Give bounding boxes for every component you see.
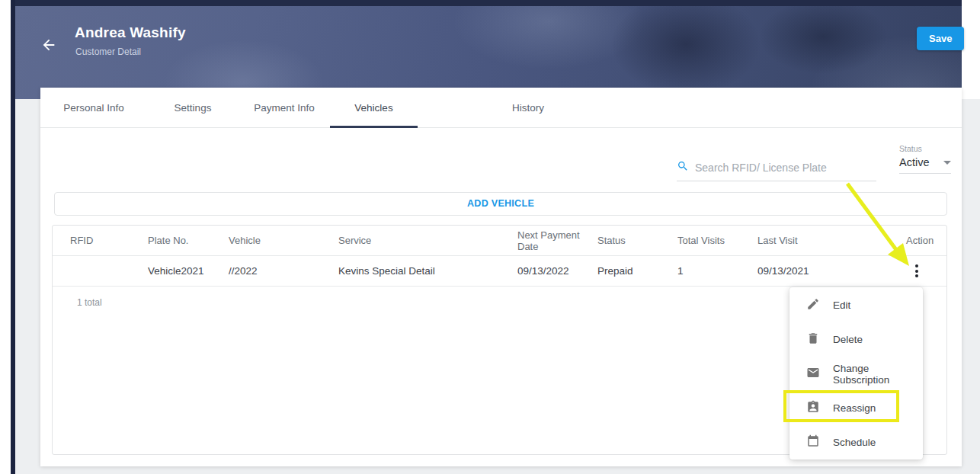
col-total-visits: Total Visits — [677, 235, 757, 246]
tab-history[interactable]: History — [418, 88, 639, 127]
col-rfid: RFID — [70, 235, 148, 246]
col-status: Status — [597, 235, 677, 246]
trash-icon — [806, 331, 820, 348]
action-dots-button[interactable] — [908, 261, 926, 281]
id-badge-icon — [806, 400, 820, 417]
col-service: Service — [338, 235, 517, 246]
col-plate-no: Plate No. — [148, 235, 229, 246]
tab-settings[interactable]: Settings — [147, 88, 239, 127]
status-dropdown-value: Active — [899, 156, 930, 168]
chevron-down-icon — [943, 161, 951, 165]
vertical-ellipsis-icon — [915, 264, 918, 277]
cell-total-visits: 1 — [677, 265, 757, 277]
tab-payment-info[interactable]: Payment Info — [239, 88, 330, 127]
cell-status: Prepaid — [597, 265, 677, 277]
cell-service: Kevins Special Detail — [338, 265, 517, 277]
cell-vehicle: //2022 — [229, 265, 338, 277]
envelope-icon — [806, 366, 820, 383]
cell-last-visit: 09/13/2021 — [757, 265, 906, 277]
menu-item-reassign[interactable]: Reassign — [789, 391, 923, 425]
arrow-left-icon — [40, 44, 57, 56]
menu-item-label: Schedule — [833, 437, 876, 448]
menu-item-label: Reassign — [833, 402, 876, 414]
page-subtitle: Customer Detail — [75, 46, 141, 57]
col-action: Action — [906, 235, 948, 246]
pencil-icon — [806, 297, 820, 314]
search-input[interactable] — [695, 162, 876, 174]
top-chrome-bar — [11, 0, 962, 6]
table-row: Vehicle2021 //2022 Kevins Special Detail… — [53, 256, 946, 287]
save-button[interactable]: Save — [917, 27, 964, 50]
calendar-icon — [806, 434, 820, 451]
hero-header: Andrea Washify Customer Detail Save — [15, 6, 962, 99]
status-dropdown[interactable]: Status Active — [899, 144, 951, 174]
menu-item-label: Delete — [833, 334, 863, 345]
customer-detail-page: Andrea Washify Customer Detail Save Pers… — [0, 0, 980, 474]
tab-vehicles[interactable]: Vehicles — [330, 88, 418, 127]
menu-item-change-subscription[interactable]: Change Subscription — [789, 357, 923, 391]
search-icon — [677, 160, 689, 175]
back-button[interactable] — [38, 35, 59, 56]
search-field — [677, 160, 876, 181]
page-title: Andrea Washify — [75, 24, 186, 41]
tab-bar: Personal Info Settings Payment Info Vehi… — [40, 88, 962, 128]
cell-next-payment-date: 09/13/2022 — [517, 265, 597, 277]
menu-item-delete[interactable]: Delete — [789, 322, 923, 357]
table-header-row: RFID Plate No. Vehicle Service Next Paym… — [53, 226, 946, 256]
add-vehicle-button[interactable]: ADD VEHICLE — [54, 192, 947, 216]
cell-plate-no: Vehicle2021 — [148, 265, 229, 277]
col-last-visit: Last Visit — [757, 235, 906, 246]
col-vehicle: Vehicle — [229, 235, 338, 246]
menu-item-schedule[interactable]: Schedule — [789, 425, 923, 460]
menu-item-label: Edit — [833, 299, 850, 311]
action-context-menu: Edit Delete Change Subscription Reassign… — [789, 287, 923, 460]
menu-item-edit[interactable]: Edit — [789, 288, 923, 322]
col-next-payment-date: Next Payment Date — [517, 229, 597, 252]
tab-personal-info[interactable]: Personal Info — [40, 88, 147, 127]
menu-item-label: Change Subscription — [833, 363, 923, 386]
status-dropdown-label: Status — [899, 144, 951, 153]
